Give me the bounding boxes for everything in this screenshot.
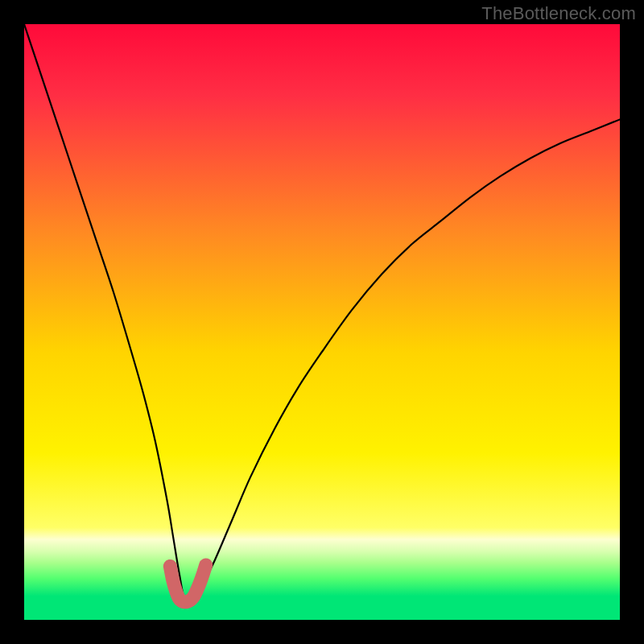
chart-background [24,24,620,620]
chart-frame: TheBottleneck.com [0,0,644,644]
bottleneck-chart [24,24,620,620]
watermark-text: TheBottleneck.com [481,3,636,24]
